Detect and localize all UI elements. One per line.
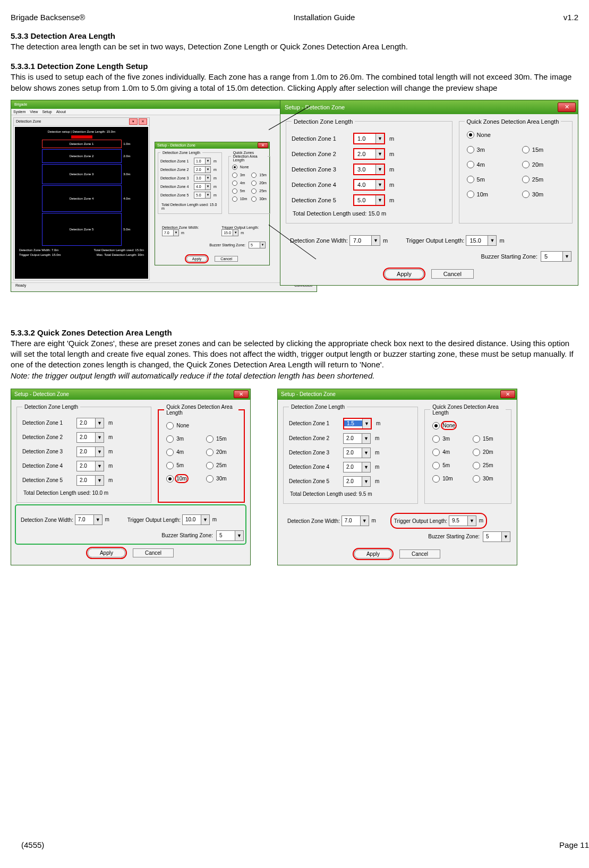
zone-5-row: Detection Zone 5 5.0▼ m <box>160 192 219 199</box>
trigger-select[interactable]: 15.0▼ <box>466 235 497 246</box>
note-5332: Note: the trigger output length will aut… <box>11 371 578 381</box>
quick-3m[interactable]: 3m <box>432 435 463 443</box>
quick-30m[interactable]: 30m <box>522 191 565 198</box>
zone-3-select[interactable]: 3.0▼ <box>194 175 211 182</box>
quick-15m[interactable]: 15m <box>522 146 565 153</box>
buzzer-select[interactable]: 5▼ <box>216 530 244 541</box>
menu-about[interactable]: About <box>56 110 66 114</box>
zone-4-select[interactable]: 4.0▼ <box>353 179 385 191</box>
trigger-select[interactable]: 15.0▼ <box>221 229 238 236</box>
quick-5m[interactable]: 5m <box>467 176 509 183</box>
zone-3-select[interactable]: 3.0▼ <box>353 164 385 175</box>
quick-3m[interactable]: 3m <box>166 435 197 443</box>
zone-5-select[interactable]: 5.0▼ <box>353 194 385 206</box>
menu-view[interactable]: View <box>30 110 38 114</box>
apply-button[interactable]: Apply <box>186 256 208 262</box>
trigger-select[interactable]: 9.5▼ <box>449 515 476 526</box>
zone-2-select[interactable]: 2.0▼ <box>343 433 371 444</box>
quick-5m[interactable]: 5m <box>166 462 197 469</box>
width-select[interactable]: 7.0▼ <box>349 235 380 246</box>
quick-25m-label: 25m <box>532 176 543 183</box>
zone-4-select[interactable]: 2.0▼ <box>343 462 371 472</box>
quick-30m[interactable]: 30m <box>473 475 503 483</box>
quick-20m[interactable]: 20m <box>522 161 565 168</box>
quick-none[interactable]: None <box>432 422 503 429</box>
zone-2-select[interactable]: 2.0▼ <box>194 166 211 173</box>
quick-25m[interactable]: 25m <box>522 176 565 183</box>
zone-3-select[interactable]: 2.0▼ <box>76 446 104 457</box>
quick-4m[interactable]: 4m <box>432 449 463 456</box>
quick-20m[interactable]: 20m <box>251 181 267 186</box>
zone-4-select[interactable]: 4.0▼ <box>194 183 211 190</box>
quick-10m[interactable]: 10m <box>232 196 247 202</box>
width-select[interactable]: 7.0▼ <box>75 514 103 525</box>
radio-icon <box>251 196 257 202</box>
setup-dialog-large: Setup - Detection Zone ✕ Detection Zone … <box>280 100 578 286</box>
quick-20m[interactable]: 20m <box>473 449 503 456</box>
quick-3m[interactable]: 3m <box>467 146 509 153</box>
zone-2-select[interactable]: 2.0▼ <box>76 432 104 443</box>
zone-5-select[interactable]: 5.0▼ <box>194 192 211 199</box>
buzzer-select[interactable]: 5▼ <box>541 251 571 262</box>
quick-none[interactable]: None <box>232 165 267 170</box>
quick-20m[interactable]: 20m <box>206 449 236 456</box>
quick-25m[interactable]: 25m <box>206 462 236 469</box>
pane-close-icon[interactable]: ✕ <box>139 118 147 125</box>
menu-system[interactable]: System <box>13 110 25 114</box>
apply-button[interactable]: Apply <box>385 269 424 279</box>
quick-15m[interactable]: 15m <box>251 173 267 178</box>
quick-3m-label: 3m <box>176 436 184 442</box>
close-icon[interactable]: ✕ <box>258 142 268 148</box>
quick-25m[interactable]: 25m <box>251 188 267 194</box>
zone-1-select[interactable]: 1.5▼ <box>343 418 372 429</box>
zone-1-select[interactable]: 1.0▼ <box>194 158 211 165</box>
quick-none[interactable]: None <box>166 422 236 429</box>
close-icon[interactable]: ✕ <box>500 390 515 398</box>
buzzer-select[interactable]: 5▼ <box>249 242 266 248</box>
cancel-button[interactable]: Cancel <box>215 256 238 262</box>
quick-10m[interactable]: 10m <box>166 475 197 483</box>
quick-4m-label: 4m <box>176 449 184 455</box>
close-icon[interactable]: ✕ <box>558 102 576 112</box>
zone-1-select[interactable]: 1.0▼ <box>353 133 385 144</box>
quick-25m[interactable]: 25m <box>473 462 503 469</box>
zone-2-select[interactable]: 2.0▼ <box>353 148 385 160</box>
quick-30m[interactable]: 30m <box>206 475 236 483</box>
buzzer-select[interactable]: 5▼ <box>483 531 510 542</box>
zone-5-select[interactable]: 2.0▼ <box>343 476 371 487</box>
width-select[interactable]: 7.0▼ <box>342 515 369 526</box>
trigger-select[interactable]: 10.0▼ <box>182 514 210 525</box>
trigger-label: Trigger Output Length: <box>127 517 181 522</box>
quick-4m[interactable]: 4m <box>467 161 509 168</box>
menu-setup[interactable]: Setup <box>42 110 52 114</box>
width-label: Detection Zone Width: <box>290 237 348 244</box>
quick-3m[interactable]: 3m <box>232 173 247 178</box>
zone-4-select[interactable]: 2.0▼ <box>76 461 104 471</box>
apply-button[interactable]: Apply <box>88 548 125 557</box>
quick-30m[interactable]: 30m <box>251 196 267 202</box>
dialog-titlebar: Setup - Detection Zone ✕ <box>280 100 578 114</box>
quick-5m[interactable]: 5m <box>232 188 247 194</box>
cancel-button[interactable]: Cancel <box>431 269 474 279</box>
zone-5-select[interactable]: 2.0▼ <box>76 475 104 486</box>
setup-dialog-tiny: Setup - Detection Zone ✕ Detection Zone … <box>155 142 270 265</box>
quick-10m[interactable]: 10m <box>467 191 509 198</box>
quick-none[interactable]: None <box>467 131 565 139</box>
zone-1-select[interactable]: 2.0▼ <box>76 418 104 428</box>
chevron-down-icon: ▼ <box>375 195 384 205</box>
quick-15m[interactable]: 15m <box>206 435 236 443</box>
apply-button[interactable]: Apply <box>354 549 392 558</box>
quick-4m[interactable]: 4m <box>166 449 197 456</box>
quick-10m[interactable]: 10m <box>432 475 463 483</box>
quick-4m[interactable]: 4m <box>232 181 247 186</box>
cancel-button[interactable]: Cancel <box>133 548 174 557</box>
zone-1: Detection Zone 11.0m <box>42 140 122 148</box>
width-select[interactable]: 7.0▼ <box>162 229 179 236</box>
zone-3-select[interactable]: 2.0▼ <box>343 448 371 458</box>
cancel-button[interactable]: Cancel <box>399 549 440 558</box>
pane-min-icon[interactable]: ▾ <box>129 118 138 125</box>
close-icon[interactable]: ✕ <box>234 390 249 398</box>
quick-5m[interactable]: 5m <box>432 462 463 469</box>
quick-15m[interactable]: 15m <box>473 435 503 443</box>
radio-icon <box>432 449 440 456</box>
